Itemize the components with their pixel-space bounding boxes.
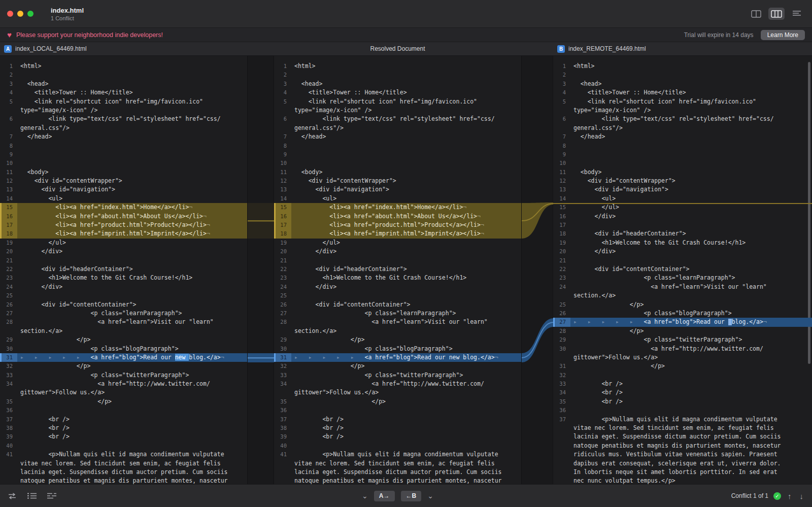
code-line[interactable]: 10 bbox=[0, 159, 247, 167]
code-line[interactable]: dapibus erat consequat, scelerisque erat… bbox=[553, 459, 812, 468]
code-line[interactable]: 25 </p> bbox=[553, 300, 812, 309]
minimize-button[interactable] bbox=[17, 11, 23, 17]
code-line[interactable]: general.css"/> bbox=[553, 124, 812, 132]
code-line[interactable]: lacinia eget. Suspendisse dictum auctor … bbox=[553, 432, 812, 441]
code-line[interactable]: 41 <p>Nullam quis elit id magna condimen… bbox=[0, 450, 247, 459]
code-line[interactable]: 13 <div id="navigation"> bbox=[274, 185, 521, 194]
code-line[interactable]: 35 <br /> bbox=[553, 397, 812, 406]
code-line[interactable]: nec nunc volutpat tempus.</p> bbox=[553, 477, 812, 484]
code-line[interactable]: 19 <h1>Welcome to the Git Crash Course!<… bbox=[553, 239, 812, 247]
code-line[interactable]: 40 bbox=[274, 442, 521, 450]
code-line[interactable]: 17 <li><a href="product.html">Product</a… bbox=[0, 221, 247, 229]
code-line[interactable]: 8 bbox=[553, 142, 812, 150]
code-line[interactable]: 34 <a href="http://www.twitter.com/ bbox=[0, 380, 247, 388]
code-line[interactable]: 3 <head> bbox=[0, 80, 247, 88]
code-line[interactable]: 9 bbox=[274, 150, 521, 159]
code-line[interactable]: 11 <body> bbox=[274, 168, 521, 177]
code-line[interactable]: 2 bbox=[0, 71, 247, 79]
code-line[interactable]: 2 bbox=[274, 71, 521, 79]
code-line[interactable]: 36 bbox=[553, 406, 812, 415]
code-line[interactable]: 10 bbox=[553, 159, 812, 167]
code-line[interactable]: 17 <li><a href="product.html">Product</a… bbox=[274, 221, 521, 229]
code-line[interactable]: 5 <link rel="shortcut icon" href="img/fa… bbox=[0, 97, 247, 106]
code-line[interactable]: 26 <p class="blogParagraph"> bbox=[553, 309, 812, 318]
code-line[interactable]: 22 <div id="headerContainer"> bbox=[0, 265, 247, 274]
code-line[interactable]: 36 bbox=[0, 406, 247, 415]
compare-mode-icon[interactable] bbox=[7, 492, 17, 500]
code-line[interactable]: 22 <div id="headerContainer"> bbox=[274, 265, 521, 274]
code-line[interactable]: 29 </p> bbox=[0, 335, 247, 344]
two-pane-view-icon[interactable] bbox=[748, 8, 764, 20]
code-line[interactable]: 18 <div id="headerContainer"> bbox=[553, 229, 812, 238]
local-pane[interactable]: 1<html>23 <head>4 <title>Tower :: Home</… bbox=[0, 56, 247, 484]
code-line[interactable]: 8 bbox=[274, 142, 521, 150]
code-line[interactable]: natoque penatibus et magnis dis parturie… bbox=[0, 477, 247, 484]
code-line[interactable]: 12 <div id="contentWrapper"> bbox=[0, 177, 247, 185]
code-line[interactable]: 7 </head> bbox=[553, 132, 812, 141]
three-pane-view-icon[interactable] bbox=[768, 8, 785, 20]
code-line[interactable]: 5 <link rel="shortcut icon" href="img/fa… bbox=[274, 97, 521, 106]
code-line[interactable]: 5 <link rel="shortcut icon" href="img/fa… bbox=[553, 97, 812, 106]
code-line[interactable]: 28 </p> bbox=[553, 327, 812, 335]
code-line[interactable]: 14 <ul> bbox=[553, 194, 812, 203]
learn-more-button[interactable]: Learn More bbox=[761, 30, 805, 40]
code-line[interactable]: 12 <div id="contentWrapper"> bbox=[274, 177, 521, 185]
code-line[interactable]: 39 <br /> bbox=[0, 432, 247, 441]
code-line[interactable]: 34 <br /> bbox=[553, 388, 812, 397]
code-line[interactable]: 38 <br /> bbox=[274, 424, 521, 432]
code-line[interactable]: 40 bbox=[0, 442, 247, 450]
code-line[interactable]: 9 bbox=[0, 150, 247, 159]
code-line[interactable]: 1<html> bbox=[0, 62, 247, 71]
code-line[interactable]: 26 <div id="contentContainer"> bbox=[274, 300, 521, 309]
code-line[interactable]: 13 <div id="navigation"> bbox=[0, 185, 247, 194]
code-line[interactable]: 27 <p class="learnParagraph"> bbox=[274, 309, 521, 318]
code-line[interactable]: 15 <li><a href="index.html">Home</a></li… bbox=[0, 203, 247, 212]
code-line[interactable]: 3 <head> bbox=[274, 80, 521, 88]
code-line[interactable]: 32 bbox=[553, 371, 812, 380]
code-line[interactable]: 16 </div> bbox=[553, 212, 812, 221]
code-line[interactable]: 34 <a href="http://www.twitter.com/ bbox=[274, 380, 521, 388]
code-line[interactable]: general.css"/> bbox=[274, 124, 521, 132]
code-line[interactable]: 11 <body> bbox=[0, 168, 247, 177]
code-line[interactable]: 33 <br /> bbox=[553, 380, 812, 388]
code-line[interactable]: 23 <h1>Welcome to the Git Crash Course!<… bbox=[0, 274, 247, 282]
code-line[interactable]: vitae nec lorem. Sed tincidunt sem enim,… bbox=[274, 459, 521, 468]
code-line[interactable]: 27 <p class="learnParagraph"> bbox=[0, 309, 247, 318]
code-line[interactable]: gittower">Follow us.</a> bbox=[553, 353, 812, 362]
code-line[interactable]: 23 <p class="learnParagraph"> bbox=[553, 274, 812, 282]
code-line[interactable]: 9 bbox=[553, 150, 812, 159]
code-line[interactable]: 1<html> bbox=[274, 62, 521, 71]
take-a-dropdown-chevron-icon[interactable]: ⌄ bbox=[362, 492, 368, 499]
code-line[interactable]: 8 bbox=[0, 142, 247, 150]
close-button[interactable] bbox=[7, 11, 13, 17]
code-line[interactable]: 21 bbox=[0, 256, 247, 265]
code-line[interactable]: 3 <head> bbox=[553, 80, 812, 88]
code-line[interactable]: 39 <br /> bbox=[274, 432, 521, 441]
code-line[interactable]: type="image/x-icon" /> bbox=[553, 106, 812, 115]
code-line[interactable]: 19 </ul> bbox=[274, 239, 521, 247]
code-line[interactable]: 37 <br /> bbox=[0, 415, 247, 424]
code-line[interactable]: 22 <div id="contentContainer"> bbox=[553, 265, 812, 274]
code-line[interactable]: 18 <li><a href="imprint.html">Imprint</a… bbox=[274, 229, 521, 238]
code-line[interactable]: 17 bbox=[553, 221, 812, 229]
code-line[interactable]: 23 <h1>Welcome to the Git Crash Course!<… bbox=[274, 274, 521, 282]
code-line[interactable]: 6 <link type="text/css" rel="stylesheet"… bbox=[553, 115, 812, 123]
code-line[interactable]: 31▸ ▸ ▸ ▸ ▸ <a href="blog">Read our new … bbox=[0, 353, 247, 362]
code-line[interactable]: 35 </p> bbox=[0, 397, 247, 406]
code-line[interactable]: 20 </div> bbox=[274, 247, 521, 256]
code-line[interactable]: lacinia eget. Suspendisse dictum auctor … bbox=[0, 468, 247, 477]
display-options-icon[interactable] bbox=[47, 492, 57, 499]
code-line[interactable]: 28 <a href="learn">Visit our "learn" bbox=[274, 318, 521, 326]
code-line[interactable]: 20 </div> bbox=[553, 247, 812, 256]
code-line[interactable]: 36 bbox=[274, 406, 521, 415]
code-line[interactable]: natoque penatibus et magnis dis parturie… bbox=[553, 442, 812, 450]
code-line[interactable]: 4 <title>Tower :: Home</title> bbox=[274, 88, 521, 97]
code-line[interactable]: 32 </p> bbox=[274, 362, 521, 370]
code-line[interactable]: gittower">Follow us.</a> bbox=[0, 388, 247, 397]
code-line[interactable]: 14 <ul> bbox=[0, 194, 247, 203]
code-line[interactable]: general.css"/> bbox=[0, 124, 247, 132]
code-line[interactable]: 29 <p class="twitterParagraph"> bbox=[553, 335, 812, 344]
code-line[interactable]: type="image/x-icon" /> bbox=[0, 106, 247, 115]
code-line[interactable]: lacinia eget. Suspendisse dictum auctor … bbox=[274, 468, 521, 477]
code-line[interactable]: 37 <br /> bbox=[274, 415, 521, 424]
